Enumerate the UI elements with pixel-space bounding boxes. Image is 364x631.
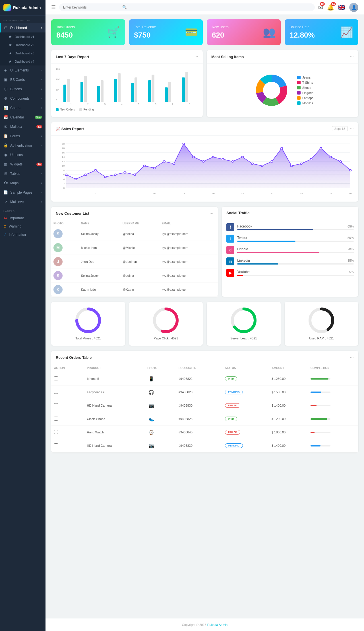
sidebar-item-charts[interactable]: 📊 Charts › — [0, 103, 46, 112]
col-name: Jhon Deo — [79, 255, 120, 269]
maps-icon: 🗺 — [3, 181, 8, 185]
order-checkbox[interactable] — [54, 430, 58, 434]
status-badge: FAILED — [225, 403, 240, 408]
stat-card-bounce-rate[interactable]: Bounce Rate 12.80% 📈 — [285, 19, 359, 45]
legend-color — [297, 81, 301, 84]
stat-card-total-revenue[interactable]: Total Revenue $750 💳 — [129, 19, 203, 45]
notifications-button[interactable]: 🔔 14 — [327, 4, 334, 11]
order-checkbox[interactable] — [54, 417, 58, 421]
sidebar-item-ui-icons[interactable]: ◉ UI Icons — [0, 150, 46, 159]
card-header: Most Selling Items ··· — [207, 50, 358, 63]
more-options-button[interactable]: ··· — [350, 54, 354, 59]
status-badge: PAID — [225, 376, 237, 381]
sales-period-selector[interactable]: Sept 18 — [332, 126, 348, 131]
col-email: EMAIL — [160, 220, 218, 227]
more-options-button[interactable]: ··· — [210, 211, 213, 216]
card-body: 150 100 50 0 12345678 New — [51, 63, 203, 115]
calendar-badge: New — [35, 116, 42, 119]
completion-bar — [311, 405, 330, 406]
stat-card-info: Total Orders 8450 — [56, 25, 75, 40]
sidebar-item-label: Widgets — [10, 162, 33, 166]
sidebar-item-label: Components — [10, 97, 39, 101]
sidebar-item-buttons[interactable]: ⬡ Buttons › — [0, 84, 46, 94]
completion-fill — [311, 418, 328, 420]
sidebar-item-label: Charts — [10, 106, 39, 110]
sidebar-item-sample-pages[interactable]: 📄 Sample Pages › — [0, 188, 46, 197]
x-label: 30 — [349, 192, 352, 195]
messages-button[interactable]: ✉ 12 — [318, 4, 323, 11]
y-label: 0 — [63, 187, 65, 189]
order-checkbox[interactable] — [54, 443, 58, 447]
hamburger-button[interactable]: ☰ — [51, 4, 56, 11]
sidebar-item-information[interactable]: ↗ Information — [0, 230, 46, 239]
chart-legend: New Orders Pending — [56, 106, 198, 111]
sidebar-item-dashboard-v3[interactable]: ★ Dashboard v3 — [0, 49, 46, 57]
data-point — [193, 156, 195, 158]
legend-color — [297, 96, 301, 100]
search-input[interactable] — [63, 5, 120, 9]
sidebar-item-multilevel[interactable]: ↗ Multilevel › — [0, 197, 46, 206]
sidebar-item-dashboard[interactable]: ⊞ Dashboard ▾ — [0, 23, 46, 32]
buttons-icon: ⬡ — [3, 87, 8, 91]
sidebar-item-label: Multilevel — [10, 200, 39, 204]
sidebar-logo[interactable]: Rukada Admin — [0, 0, 46, 16]
sidebar-item-components[interactable]: ⚙ Components › — [0, 94, 46, 103]
card-header: Recent Orders Table ··· — [51, 351, 358, 364]
star-icon: ★ — [8, 59, 13, 63]
order-checkbox[interactable] — [54, 390, 58, 394]
sidebar-item-bs-cards[interactable]: ▣ BS Cards › — [0, 75, 46, 84]
stat-card-new-users[interactable]: New Users 620 👥 — [207, 19, 281, 45]
social-icon: d — [226, 246, 234, 254]
bar-group — [97, 80, 113, 102]
col-completion — [308, 426, 358, 439]
sidebar-item-dashboard-v4[interactable]: ★ Dashboard v4 — [0, 57, 46, 65]
legend-label: Jeans — [302, 76, 311, 79]
sidebar-item-ui-elements[interactable]: ◈ UI Elements › — [0, 65, 46, 75]
sidebar-item-mailbox[interactable]: ✉ Mailbox 12 — [0, 122, 46, 131]
bar-new-orders — [114, 79, 117, 102]
card-title: 📈 Sales Report — [56, 127, 84, 131]
col-avatar: S — [51, 269, 79, 283]
col-header: PRODUCT — [84, 364, 145, 372]
sidebar-item-maps[interactable]: 🗺 Maps › — [0, 178, 46, 188]
more-options-button[interactable]: ··· — [195, 54, 198, 59]
stat-card-total-orders[interactable]: Total Orders 8450 🛒 — [51, 19, 125, 45]
sidebar-item-authentication[interactable]: 🔒 Authentication › — [0, 141, 46, 150]
sidebar-item-tables[interactable]: ⊞ Tables › — [0, 169, 46, 178]
col-photo: 🎧 — [144, 386, 176, 399]
sidebar-item-widgets[interactable]: ▦ Widgets 10 — [0, 159, 46, 169]
sidebar-item-dashboard-v1[interactable]: ★ Dashboard v1 — [0, 32, 46, 41]
sidebar-item-calendar[interactable]: 📅 Calendar New — [0, 112, 46, 122]
social-icon: t — [226, 235, 234, 243]
more-options-button[interactable]: ··· — [350, 126, 354, 131]
sidebar-item-important[interactable]: 🏷 Important — [0, 214, 46, 222]
notifications-badge: 14 — [331, 2, 336, 6]
table-row: S Selina Jccoy @selina xyz@example.com — [51, 227, 218, 241]
y-label: 20 — [62, 143, 65, 145]
col-avatar: J — [51, 255, 79, 269]
card-title: Last 7 Days Report — [56, 55, 89, 59]
sidebar-item-warning[interactable]: ⊙ Warning — [0, 222, 46, 230]
footer-brand-link[interactable]: Rukada Admin — [207, 623, 228, 626]
order-checkbox[interactable] — [54, 403, 58, 407]
order-checkbox[interactable] — [54, 376, 58, 380]
col-product-id: #9405840 — [176, 426, 222, 439]
card-body: ACTIONPRODUCTPHOTOPRODUCT IDSTATUSAMOUNT… — [51, 364, 358, 452]
col-product: Earphone GL — [84, 386, 145, 399]
sidebar-item-forms[interactable]: 📋 Forms › — [0, 131, 46, 141]
card-title: Social Traffic — [226, 211, 249, 215]
user-avatar[interactable]: 👤 — [349, 3, 358, 12]
bar-new-orders — [97, 86, 100, 102]
x-label: 13 — [182, 192, 185, 195]
sidebar-item-label: Dashboard v2 — [15, 43, 42, 47]
col-status: PENDING — [222, 386, 269, 399]
sidebar-item-label: Buttons — [10, 87, 39, 91]
language-selector[interactable]: 🇬🇧 — [338, 4, 345, 11]
last7days-card: Last 7 Days Report ··· 150 100 50 0 1 — [51, 50, 203, 117]
x-label: 28 — [329, 192, 332, 195]
product-photo: 📷 — [147, 401, 155, 409]
col-email: xyz@example.com — [160, 227, 218, 241]
more-options-button[interactable]: ··· — [350, 355, 354, 360]
donut-stat-label: Used RAM : 4521 — [309, 337, 334, 340]
sidebar-item-dashboard-v2[interactable]: ★ Dashboard v2 — [0, 41, 46, 49]
